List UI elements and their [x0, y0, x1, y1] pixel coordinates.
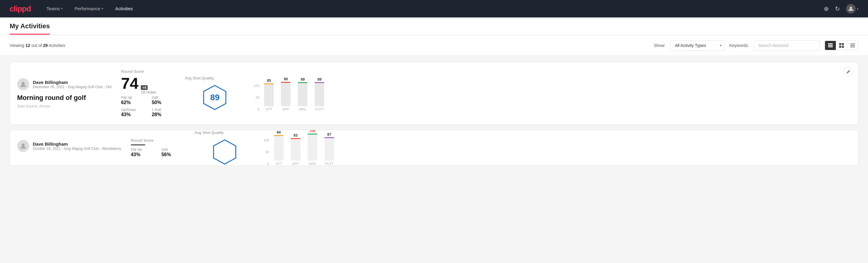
score-meta: +4 18 Holes [141, 85, 156, 94]
bar-putt-bg [315, 82, 324, 106]
bar-chart-container: 100 50 0 94 OTT 83 [262, 130, 338, 166]
bar-putt-value: 87 [327, 133, 331, 137]
page-header: My Activities [0, 18, 868, 35]
avatar [846, 4, 856, 13]
bar-putt-indicator [315, 82, 324, 83]
viewing-label: Activities [49, 43, 65, 48]
bar-chart: 100 50 0 94 OTT 83 [262, 133, 338, 166]
grid-icon [839, 43, 844, 48]
activity-card: Dave Billingham October 16, 2021 - Gog M… [10, 130, 858, 166]
svg-rect-10 [850, 47, 855, 47]
bar-arg: 106 ARG [308, 130, 317, 166]
nav-performance-label: Performance [74, 6, 100, 11]
refresh-icon[interactable]: ↻ [835, 5, 840, 12]
bar-putt-fill [315, 82, 324, 106]
avg-shot-quality-section: Avg Shot Quality 89 100 50 [185, 76, 851, 111]
bar-ott-label: OTT [266, 108, 272, 111]
activities-list: Dave Billingham December 05, 2021 - Gog … [0, 56, 868, 177]
bar-app-bg [291, 138, 301, 161]
chevron-down-icon: ▾ [61, 7, 63, 10]
card-user-info: Dave Billingham December 05, 2021 - Gog … [17, 78, 111, 108]
bar-chart: 100 50 0 85 OTT [252, 78, 328, 111]
stat-1putt: 1 Putt 28% [152, 108, 175, 117]
nav-activities[interactable]: Activities [114, 0, 134, 18]
bar-app-label: APP [292, 162, 299, 166]
search-input[interactable] [754, 40, 820, 51]
edit-button[interactable] [844, 67, 853, 77]
card-user-info: Dave Billingham October 16, 2021 - Gog M… [17, 140, 121, 155]
bar-putt-indicator [324, 137, 334, 138]
pencil-icon [846, 69, 850, 74]
quality-hex: Avg Shot Quality [195, 130, 255, 166]
bar-arg-value: 106 [309, 130, 315, 133]
app-logo[interactable]: clippd [10, 4, 31, 13]
bar-arg-label: ARG [299, 108, 307, 111]
add-icon[interactable]: ⊕ [824, 5, 829, 12]
avg-shot-quality-section: Avg Shot Quality 100 50 0 [195, 130, 851, 166]
user-menu-button[interactable]: ▾ [846, 4, 858, 13]
bar-app-value: 83 [293, 133, 298, 138]
score-badge: +4 [141, 85, 148, 90]
data-source: Data Source: Arccos [17, 104, 111, 108]
user-date: October 16, 2021 - Gog Magog Golf Club -… [33, 147, 121, 151]
nav-teams[interactable]: Teams ▾ [45, 0, 64, 18]
bar-ott-indicator [264, 83, 274, 84]
user-details: Dave Billingham October 16, 2021 - Gog M… [33, 141, 121, 151]
bar-putt: 87 PUTT [324, 133, 334, 166]
quality-hex: Avg Shot Quality 89 [185, 76, 245, 111]
bar-arg-fill [298, 82, 307, 106]
nav-activities-label: Activities [115, 6, 133, 11]
bar-app: 83 APP [291, 133, 301, 166]
stat-gir: GIR 50% [152, 96, 175, 105]
bar-ott-bg [264, 83, 274, 106]
round-score-section: Round Score FW Hit 43% GIR 56% [131, 138, 185, 157]
user-icon [20, 81, 27, 88]
quality-value: 89 [210, 93, 220, 102]
view-list-detail-button[interactable] [825, 41, 836, 50]
bar-app-bg [281, 82, 290, 106]
user-name: Dave Billingham [33, 80, 111, 85]
activity-type-filter[interactable]: All Activity Types ▾ [671, 40, 724, 51]
page-title: My Activities [10, 22, 50, 35]
svg-rect-2 [828, 45, 833, 46]
bar-ott-label: OTT [276, 162, 282, 166]
svg-point-11 [22, 82, 25, 85]
stat-grid: FW Hit 43% GIR 56% [131, 148, 185, 157]
score-bar [131, 144, 145, 145]
svg-marker-14 [214, 140, 236, 164]
filter-bar: Viewing 12 out of 29 Activities Show: Al… [0, 35, 868, 56]
nav-performance[interactable]: Performance ▾ [73, 0, 104, 18]
view-grid-button[interactable] [836, 41, 847, 50]
bar-putt: 89 PUTT [315, 77, 324, 111]
stat-fw-hit: FW Hit 62% [121, 96, 144, 105]
hexagon-wrapper [195, 139, 255, 166]
chevron-down-icon: ▾ [102, 7, 103, 10]
svg-rect-7 [842, 46, 844, 48]
bar-ott: 85 OTT [264, 79, 274, 111]
activity-title: Morning round of golf [17, 94, 111, 102]
bar-app-indicator [281, 82, 290, 83]
score-row: 74 +4 18 Holes [121, 76, 175, 94]
user-date: December 05, 2021 - Gog Magog Golf Club … [33, 85, 111, 89]
user-row: Dave Billingham October 16, 2021 - Gog M… [17, 140, 121, 152]
bar-ott-value: 94 [277, 130, 281, 135]
svg-rect-9 [850, 45, 855, 46]
svg-rect-8 [850, 43, 855, 44]
bar-arg-value: 89 [301, 77, 305, 82]
navbar: clippd Teams ▾ Performance ▾ Activities … [0, 0, 868, 18]
bar-putt-value: 89 [318, 77, 321, 82]
bar-app-fill [281, 82, 290, 106]
user-row: Dave Billingham December 05, 2021 - Gog … [17, 78, 111, 90]
bar-ott-bg [274, 135, 284, 161]
bar-ott-indicator [274, 135, 284, 136]
bar-arg-indicator [298, 82, 307, 83]
user-details: Dave Billingham December 05, 2021 - Gog … [33, 80, 111, 89]
y-axis: 100 50 0 [262, 139, 270, 166]
viewing-summary: Viewing 12 out of 29 Activities [10, 43, 65, 48]
activity-type-select[interactable]: All Activity Types [671, 40, 724, 51]
svg-point-13 [22, 144, 25, 147]
stat-gir: GIR 56% [161, 148, 185, 157]
bar-ott: 94 OTT [274, 130, 284, 166]
view-list-compact-button[interactable] [847, 41, 858, 50]
bar-arg-bg [298, 82, 307, 106]
